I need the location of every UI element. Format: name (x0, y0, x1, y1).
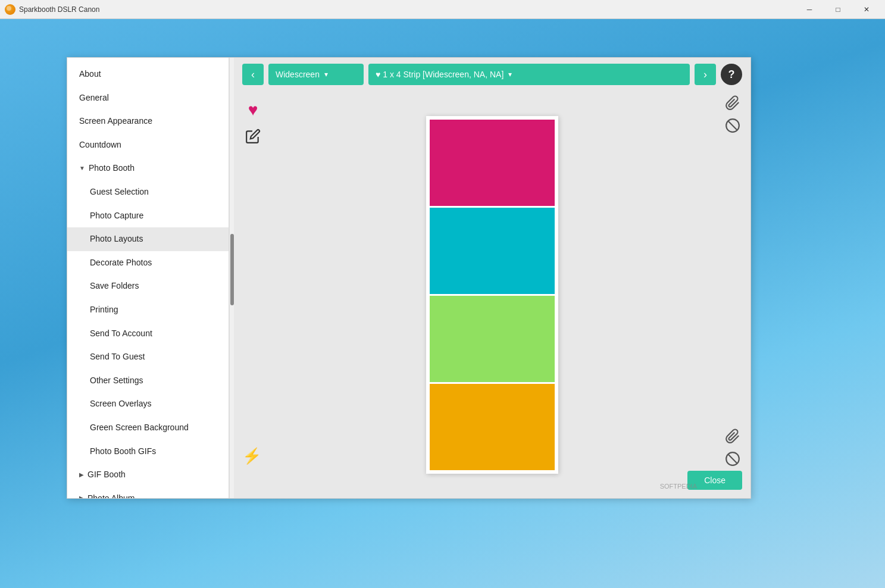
photo-cell (430, 208, 555, 294)
sidebar-item-label: Decorate Photos (90, 258, 152, 267)
sidebar-item-label: GIF Booth (87, 469, 126, 481)
photo-cell (430, 296, 555, 382)
sidebar-item-screen-overlays[interactable]: Screen Overlays (67, 392, 229, 416)
block-bottom-icon[interactable] (723, 449, 742, 468)
right-icons-top (723, 93, 742, 135)
widescreen-arrow: ▾ (324, 70, 328, 79)
widescreen-dropdown[interactable]: Widescreen ▾ (268, 64, 364, 85)
photo-strip-container (234, 91, 750, 498)
arrow-icon: ▼ (79, 164, 85, 173)
sidebar-item-label: Send To Account (90, 329, 152, 338)
watermark: SOFTPEDIA (660, 483, 697, 490)
sidebar-item-label: Save Folders (90, 281, 139, 290)
sidebar-item-label: Photo Album (87, 493, 135, 498)
sidebar: AboutGeneralScreen AppearanceCountdown▼P… (67, 58, 229, 498)
photo-cell (430, 120, 555, 206)
widescreen-label: Widescreen (276, 70, 320, 79)
sidebar-item-screen-appearance[interactable]: Screen Appearance (67, 110, 229, 133)
sidebar-item-label: General (79, 93, 109, 102)
sidebar-item-label: Green Screen Background (90, 423, 189, 432)
sidebar-item-send-to-account[interactable]: Send To Account (67, 322, 229, 346)
sidebar-item-other-settings[interactable]: Other Settings (67, 369, 229, 393)
content-area: ‹ Widescreen ▾ ♥ 1 x 4 Strip [Widescreen… (234, 58, 750, 498)
sidebar-item-decorate-photos[interactable]: Decorate Photos (67, 251, 229, 275)
right-icons-bottom (723, 427, 742, 468)
photo-cell (430, 384, 555, 470)
paperclip-bottom-icon[interactable] (723, 427, 742, 446)
arrow-icon: ▶ (79, 494, 84, 498)
next-button[interactable]: › (695, 64, 716, 85)
minimize-button[interactable]: ─ (796, 0, 823, 19)
help-button[interactable]: ? (721, 64, 742, 85)
title-bar-text: Sparkbooth DSLR Canon (19, 5, 796, 14)
sidebar-item-green-screen-background[interactable]: Green Screen Background (67, 416, 229, 440)
sidebar-item-printing[interactable]: Printing (67, 298, 229, 322)
sidebar-item-label: Printing (90, 305, 118, 314)
sidebar-item-countdown[interactable]: Countdown (67, 133, 229, 157)
sidebar-item-general[interactable]: General (67, 86, 229, 110)
sidebar-item-label: Screen Overlays (90, 399, 151, 408)
paperclip-top-icon[interactable] (723, 93, 742, 112)
sidebar-item-label: Other Settings (90, 376, 143, 385)
sidebar-item-label: Photo Layouts (90, 234, 143, 243)
close-window-button[interactable]: ✕ (853, 0, 880, 19)
layout-label: ♥ 1 x 4 Strip [Widescreen, NA, NA] (376, 70, 504, 79)
svg-line-1 (728, 121, 737, 130)
sidebar-scrollbar[interactable] (229, 58, 234, 498)
window-controls: ─ □ ✕ (796, 0, 880, 19)
app-icon (5, 4, 15, 15)
sidebar-item-label: Send To Guest (90, 352, 145, 361)
sidebar-item-label: Screen Appearance (79, 116, 152, 126)
side-icons: ♥ (242, 99, 264, 147)
sidebar-item-photo-booth[interactable]: ▼Photo Booth (67, 157, 229, 180)
sidebar-item-label: Photo Capture (90, 211, 143, 220)
prev-button[interactable]: ‹ (242, 64, 264, 85)
edit-icon[interactable] (242, 126, 264, 147)
sidebar-item-photo-capture[interactable]: Photo Capture (67, 204, 229, 228)
sidebar-item-about[interactable]: About (67, 62, 229, 86)
title-bar: Sparkbooth DSLR Canon ─ □ ✕ (0, 0, 885, 19)
photo-strip (426, 116, 558, 474)
sidebar-item-label: Countdown (79, 140, 121, 149)
arrow-icon: ▶ (79, 471, 84, 479)
layout-arrow: ▾ (508, 70, 512, 79)
svg-line-3 (728, 454, 737, 463)
sidebar-item-photo-booth-gifs[interactable]: Photo Booth GIFs (67, 440, 229, 464)
toolbar: ‹ Widescreen ▾ ♥ 1 x 4 Strip [Widescreen… (234, 58, 750, 91)
sidebar-item-photo-layouts[interactable]: Photo Layouts (67, 227, 229, 251)
sidebar-item-send-to-guest[interactable]: Send To Guest (67, 345, 229, 369)
sidebar-item-gif-booth[interactable]: ▶GIF Booth (67, 463, 229, 487)
sidebar-item-photo-album[interactable]: ▶Photo Album (67, 487, 229, 498)
lightning-icon[interactable]: ⚡ (242, 447, 261, 465)
sidebar-item-label: Guest Selection (90, 187, 149, 196)
layout-dropdown[interactable]: ♥ 1 x 4 Strip [Widescreen, NA, NA] ▾ (368, 64, 690, 85)
maximize-button[interactable]: □ (824, 0, 852, 19)
block-top-icon[interactable] (723, 116, 742, 135)
sidebar-item-label: Photo Booth (89, 162, 135, 174)
sidebar-item-guest-selection[interactable]: Guest Selection (67, 180, 229, 204)
sidebar-item-label: About (79, 69, 101, 79)
sidebar-item-save-folders[interactable]: Save Folders (67, 274, 229, 298)
main-window: AboutGeneralScreen AppearanceCountdown▼P… (67, 57, 751, 499)
sidebar-item-label: Photo Booth GIFs (90, 446, 156, 456)
heart-icon[interactable]: ♥ (242, 99, 264, 121)
